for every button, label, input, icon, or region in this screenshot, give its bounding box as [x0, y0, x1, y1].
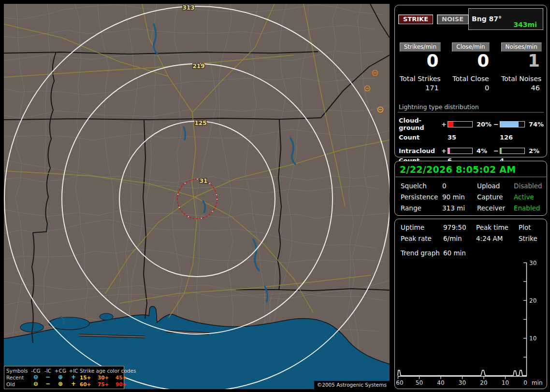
- bearing-label: Bng 87°: [472, 15, 502, 23]
- close-per-min-value: 0: [446, 52, 496, 70]
- status-panel: 2/22/2026 8:05:02 AM Squelch 0 Upload Di…: [394, 161, 547, 216]
- receiver-status: Enabled: [514, 204, 542, 212]
- svg-text:40: 40: [437, 379, 444, 386]
- legend-col-neg-cg: -CG: [29, 367, 42, 374]
- noise-button[interactable]: NOISE: [437, 14, 468, 24]
- recent-neg-cg-icon: ⊖: [29, 374, 42, 381]
- stats-panel: STRIKE NOISE Bng 87° 343mi Strikes/min 0…: [394, 5, 547, 157]
- legend-col-pos-cg: +CG: [54, 367, 67, 374]
- legend-col-pos-ic: +IC: [67, 367, 80, 374]
- total-close-value: 0: [446, 84, 496, 92]
- squelch-label: Squelch: [401, 182, 442, 190]
- close-counter: Close/min 0 Total Close 0: [446, 42, 496, 92]
- graph-tick-labels: 30 20 10 60 50 40 30 20 10 0 min: [396, 260, 542, 386]
- cg-minus-bar: [500, 121, 525, 127]
- recent-pos-ic-icon: +: [67, 374, 80, 381]
- legend-age-header: Strike age color codes: [80, 367, 133, 374]
- total-noises-value: 46: [496, 84, 547, 92]
- cg-plus-pct: 20%: [475, 121, 493, 128]
- copyright-notice: ©2005 Astrogenic Systems: [314, 381, 390, 389]
- legend-col-neg-ic: -IC: [42, 367, 54, 374]
- lightning-distribution: Lightning type distribution Cloud-ground…: [398, 103, 544, 165]
- old-neg-ic-icon: −: [42, 381, 54, 388]
- age-90: 90+: [116, 381, 133, 388]
- ic-minus-bar: [500, 148, 525, 154]
- rate-counters: Strikes/min 0 Total Strikes 171 Close/mi…: [395, 42, 547, 92]
- trend-panel: Uptime 979:50 Peak time Plot Peak rate 6…: [394, 219, 547, 389]
- cg-plus-count: 35: [448, 134, 475, 141]
- strike-button[interactable]: STRIKE: [398, 14, 433, 24]
- legend-row-recent: Recent: [6, 374, 29, 381]
- capture-status: Active: [514, 193, 542, 201]
- range-value: 313 mi: [442, 204, 477, 212]
- noises-counter: Noises/min 1 Total Noises 46: [496, 42, 547, 92]
- total-noises-label: Total Noises: [496, 75, 547, 83]
- receiver-label: Receiver: [477, 204, 514, 212]
- alert-toolbar: STRIKE NOISE Bng 87° 343mi: [398, 8, 543, 30]
- svg-text:20: 20: [529, 297, 536, 304]
- age-45: 45+: [116, 374, 133, 381]
- cloud-ground-label: Cloud-ground: [398, 117, 441, 131]
- plus-sign: +: [441, 147, 448, 154]
- minus-sign: −: [493, 121, 500, 128]
- upload-label: Upload: [477, 182, 514, 190]
- map-legend: Symbols -CG -IC +CG +IC Strike age color…: [4, 366, 124, 389]
- app-window: 313 219 125 31 Symbols -CG -IC +CG +IC S…: [0, 0, 550, 392]
- ic-minus-pct: 2%: [527, 147, 544, 154]
- svg-text:10: 10: [529, 335, 536, 342]
- capture-label: Capture: [477, 193, 514, 201]
- squelch-value: 0: [442, 182, 477, 190]
- ic-plus-bar: [448, 148, 473, 154]
- svg-text:30: 30: [459, 379, 466, 386]
- age-15: 15+: [80, 374, 98, 381]
- ring-label-31: 31: [200, 178, 208, 184]
- svg-text:60: 60: [396, 379, 403, 386]
- cg-minus-pct: 74%: [527, 121, 544, 128]
- total-strikes-value: 171: [395, 84, 446, 92]
- age-60: 60+: [80, 381, 98, 388]
- trend-plot-line: [398, 370, 526, 376]
- plus-sign: +: [441, 121, 448, 128]
- persistence-label: Persistence: [401, 193, 442, 201]
- recent-pos-cg-icon: ⊕: [54, 374, 67, 381]
- total-close-label: Total Close: [446, 75, 496, 83]
- range-label: Range: [401, 204, 442, 212]
- age-75: 75+: [98, 381, 116, 388]
- lightning-map[interactable]: 313 219 125 31 Symbols -CG -IC +CG +IC S…: [4, 4, 390, 389]
- ring-label-313: 313: [182, 4, 194, 11]
- ic-plus-pct: 4%: [475, 147, 493, 154]
- total-strikes-label: Total Strikes: [395, 75, 446, 83]
- noises-per-min-value: 1: [496, 52, 547, 70]
- distribution-title: Lightning type distribution: [398, 103, 544, 112]
- old-pos-cg-icon: ⊕: [54, 381, 67, 388]
- strikes-counter: Strikes/min 0 Total Strikes 171: [395, 42, 446, 92]
- datetime-display: 2/22/2026 8:05:02 AM: [395, 161, 547, 177]
- cg-plus-bar: [448, 121, 473, 127]
- age-30: 30+: [98, 374, 116, 381]
- cg-count-label: Count: [398, 134, 441, 141]
- persistence-value: 90 min: [442, 193, 477, 201]
- svg-text:0: 0: [523, 379, 527, 386]
- bearing-distance: 343mi: [513, 21, 537, 28]
- legend-symbols-header: Symbols: [6, 367, 29, 374]
- minus-sign: −: [493, 147, 500, 154]
- strikes-per-min-value: 0: [395, 52, 446, 70]
- svg-text:20: 20: [480, 379, 487, 386]
- old-pos-ic-icon: +: [67, 381, 80, 388]
- svg-text:30: 30: [529, 260, 536, 266]
- upload-status: Disabled: [514, 182, 542, 190]
- bearing-display: Bng 87° 343mi: [468, 8, 543, 30]
- ring-label-219: 219: [192, 63, 204, 70]
- map-canvas: 313 219 125 31: [4, 4, 390, 389]
- intracloud-label: Intracloud: [398, 147, 441, 154]
- svg-text:min: min: [532, 379, 543, 386]
- old-neg-cg-icon: ⊖: [29, 381, 42, 388]
- svg-text:10: 10: [502, 379, 509, 386]
- cg-minus-count: 126: [500, 134, 527, 141]
- svg-text:50: 50: [416, 379, 423, 386]
- ring-label-125: 125: [194, 120, 206, 126]
- recent-neg-ic-icon: −: [42, 374, 54, 381]
- legend-row-old: Old: [6, 381, 29, 388]
- trend-graph: 30 20 10 60 50 40 30 20 10 0 min: [395, 219, 548, 389]
